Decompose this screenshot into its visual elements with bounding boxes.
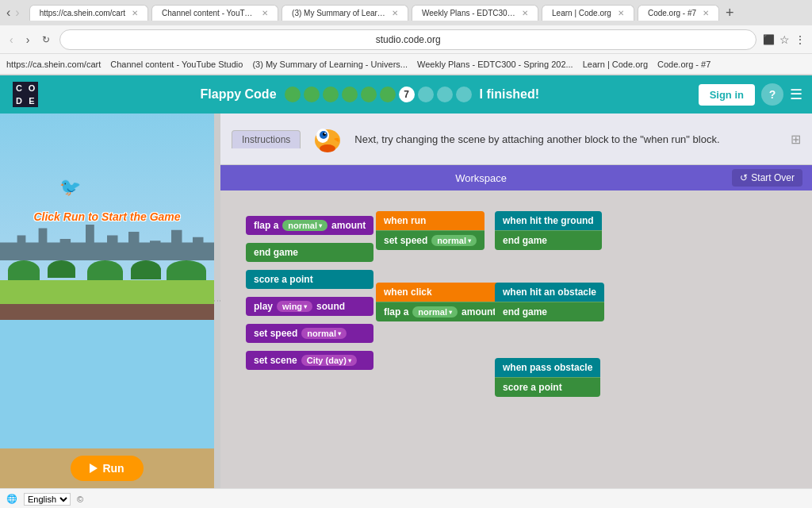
browser-chrome: ‹ › https://ca.shein.com/cart ✕ Channel …: [0, 0, 812, 75]
expand-icon[interactable]: ⊞: [791, 132, 801, 147]
close-icon[interactable]: ✕: [392, 9, 398, 17]
set-speed-action[interactable]: set speed normal ▾: [376, 230, 485, 250]
when-run-group: when run set speed normal ▾: [376, 211, 485, 250]
tab-youtube[interactable]: Channel content - YouTube Studio ✕: [151, 5, 278, 21]
instructions-tab[interactable]: Instructions: [232, 130, 301, 148]
language-select[interactable]: English: [24, 493, 71, 506]
tab-summary[interactable]: (3) My Summary of Learning - Univers... …: [282, 5, 408, 21]
score-point-action[interactable]: score a point: [495, 377, 600, 397]
new-tab-button[interactable]: +: [722, 5, 737, 21]
bookmark-button[interactable]: ☆: [779, 33, 790, 46]
copyright-icon: ©: [77, 495, 83, 504]
when-hit-ground-group: when hit the ground end game: [495, 211, 602, 250]
close-icon[interactable]: ✕: [132, 9, 138, 17]
workspace-area[interactable]: flap a normal ▾ amount end game score a …: [220, 190, 812, 488]
dot-3: [323, 87, 339, 102]
dot-1: [285, 87, 301, 102]
dot-8: [418, 87, 434, 102]
app-header: C O D E Flappy Code 7 I finished! Sign i…: [0, 75, 812, 114]
finished-text: I finished!: [480, 87, 540, 102]
bookmark-summary[interactable]: (3) My Summary of Learning - Univers...: [252, 60, 408, 69]
workspace-title: Workspace: [230, 172, 732, 184]
instruction-text: Next, try changing the scene by attachin…: [354, 133, 781, 145]
menu-button[interactable]: ☰: [790, 86, 802, 103]
run-button-label: Run: [102, 462, 124, 475]
workspace-header: Workspace ↺ Start Over: [220, 165, 812, 190]
close-icon[interactable]: ✕: [618, 9, 624, 17]
svg-point-4: [324, 133, 326, 134]
browser-nav-controls: ‹ ›: [6, 6, 20, 20]
bookmark-codeorg[interactable]: Code.org - #7: [657, 60, 710, 69]
bird: 🐦: [59, 177, 81, 198]
flap-click-action[interactable]: flap a normal ▾ amount: [376, 302, 504, 321]
end-game-obstacle-action[interactable]: end game: [495, 302, 604, 321]
bookmark-youtube[interactable]: Channel content - YouTube Studio: [110, 60, 243, 69]
when-hit-ground-label: when hit the ground: [503, 215, 594, 226]
bush-row: [0, 260, 214, 280]
back-icon[interactable]: ‹: [6, 6, 10, 20]
more-button[interactable]: ⋮: [795, 33, 806, 46]
start-over-label: Start Over: [751, 172, 795, 183]
codeorg-logo: C O D E: [10, 79, 41, 110]
tab-weekly-plans[interactable]: Weekly Plans - EDTC300 - Spring 202... ✕: [412, 5, 538, 21]
when-pass-obstacle-label: when pass obstacle: [503, 362, 592, 373]
normal-click-dropdown[interactable]: normal ▾: [412, 306, 458, 318]
sign-in-button[interactable]: Sign in: [699, 84, 755, 106]
end-game-ground-action[interactable]: end game: [495, 230, 602, 250]
bookmark-bar: https://ca.shein.com/cart Channel conten…: [0, 54, 812, 75]
app-title: Flappy Code: [201, 87, 277, 102]
logo-d: D: [13, 94, 25, 107]
ground-dirt: [0, 304, 214, 320]
when-hit-ground-event[interactable]: when hit the ground: [495, 211, 602, 230]
bookmark-shein[interactable]: https://ca.shein.com/cart: [6, 60, 101, 69]
extensions-button[interactable]: ⬛: [763, 33, 775, 46]
when-pass-obstacle-stack: when pass obstacle score a point: [495, 358, 600, 397]
close-icon[interactable]: ✕: [262, 9, 268, 17]
bush-2: [48, 260, 75, 278]
when-pass-obstacle-event[interactable]: when pass obstacle: [495, 358, 600, 377]
workspace-blocks: flap a normal ▾ amount end game score a …: [233, 203, 799, 475]
main-content: 🐦 Click Run to Start the Game Run ⋮ Inst…: [0, 114, 812, 488]
when-run-event[interactable]: when run: [376, 211, 485, 230]
restart-icon: ↺: [740, 172, 748, 183]
game-panel: 🐦 Click Run to Start the Game Run: [0, 114, 214, 488]
amount-click-label: amount: [462, 306, 496, 318]
bush-1: [8, 260, 40, 280]
bookmark-learn[interactable]: Learn | Code.org: [583, 60, 648, 69]
right-event-blocks: when run set speed normal ▾ when: [233, 203, 799, 475]
close-icon[interactable]: ✕: [522, 9, 528, 17]
tab-codeorg-active[interactable]: Code.org - #7 ✕: [638, 5, 719, 21]
tab-learn-code[interactable]: Learn | Code.org ✕: [542, 5, 634, 21]
game-scene: 🐦 Click Run to Start the Game: [0, 114, 214, 320]
tab-label: Code.org - #7: [648, 9, 696, 17]
forward-button[interactable]: ›: [23, 32, 33, 48]
close-icon[interactable]: ✕: [703, 9, 709, 17]
when-pass-obstacle-group: when pass obstacle score a point: [495, 358, 600, 397]
instructions-bar: Instructions Next, try changing the scen…: [220, 114, 812, 165]
end-game-obstacle-label: end game: [503, 306, 547, 318]
forward-icon[interactable]: ›: [15, 6, 19, 20]
progress-dots: 7: [285, 87, 472, 102]
logo-e: E: [25, 94, 38, 107]
dot-2: [304, 87, 320, 102]
panel-divider[interactable]: ⋮: [214, 114, 220, 488]
help-button[interactable]: ?: [761, 83, 783, 106]
when-click-group: when click flap a normal ▾ amount: [376, 283, 504, 321]
header-right: Sign in ? ☰: [699, 83, 802, 106]
run-button[interactable]: Run: [71, 456, 143, 481]
when-hit-obstacle-event[interactable]: when hit an obstacle: [495, 283, 604, 302]
back-button[interactable]: ‹: [6, 32, 17, 48]
dot-9: [437, 87, 453, 102]
workspace-panel: Instructions Next, try changing the scen…: [220, 114, 812, 488]
play-icon: [90, 464, 98, 473]
refresh-button[interactable]: ↻: [39, 33, 53, 47]
url-input[interactable]: [59, 29, 756, 50]
start-over-button[interactable]: ↺ Start Over: [732, 169, 802, 187]
browser-actions: ⬛ ☆ ⋮: [763, 33, 806, 46]
dot-4: [342, 87, 358, 102]
bush-3: [87, 260, 123, 283]
bookmark-weekly[interactable]: Weekly Plans - EDTC300 - Spring 202...: [417, 60, 573, 69]
when-click-event[interactable]: when click: [376, 283, 504, 302]
normal-action-dropdown[interactable]: normal ▾: [431, 235, 477, 246]
tab-shein[interactable]: https://ca.shein.com/cart ✕: [29, 5, 148, 21]
